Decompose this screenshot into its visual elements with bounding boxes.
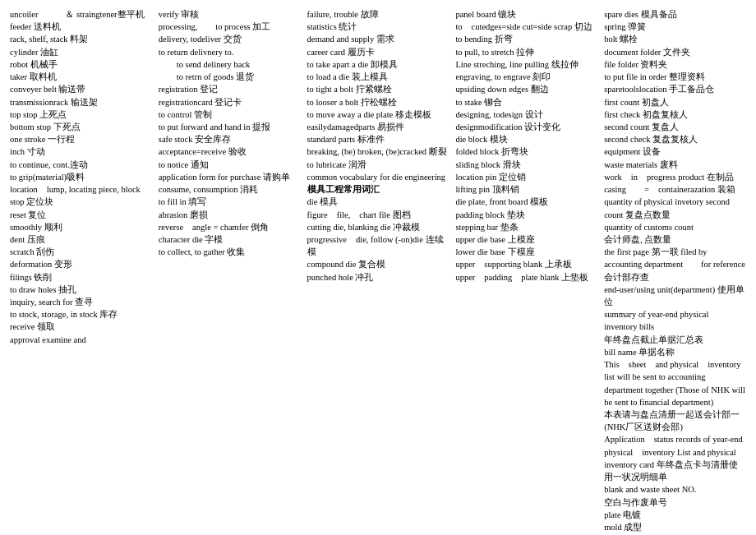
col4-text: panel board 镶块 to cutedges=side cut=side… bbox=[455, 8, 597, 284]
column-3: failure, trouble 故障 statistics 统计 demand… bbox=[307, 8, 449, 535]
column-2: verify 审核 processing, to process 加工 deli… bbox=[159, 8, 301, 535]
col1-text: uncoiler ＆ straingtener整平机 feeder 送料机 ra… bbox=[10, 8, 152, 346]
column-4: panel board 镶块 to cutedges=side cut=side… bbox=[455, 8, 597, 535]
col2-text: verify 审核 processing, to process 加工 deli… bbox=[159, 8, 301, 258]
page: uncoiler ＆ straingtener整平机 feeder 送料机 ra… bbox=[0, 0, 756, 535]
col5-text: spare dies 模具备品 spring 弹簧 bolt 螺栓 docume… bbox=[604, 8, 746, 535]
content-columns: uncoiler ＆ straingtener整平机 feeder 送料机 ra… bbox=[10, 8, 746, 535]
column-5: spare dies 模具备品 spring 弹簧 bolt 螺栓 docume… bbox=[604, 8, 746, 535]
column-1: uncoiler ＆ straingtener整平机 feeder 送料机 ra… bbox=[10, 8, 152, 535]
col3-text: failure, trouble 故障 statistics 统计 demand… bbox=[307, 8, 449, 284]
section-heading: 模具工程常用词汇 bbox=[307, 185, 380, 194]
